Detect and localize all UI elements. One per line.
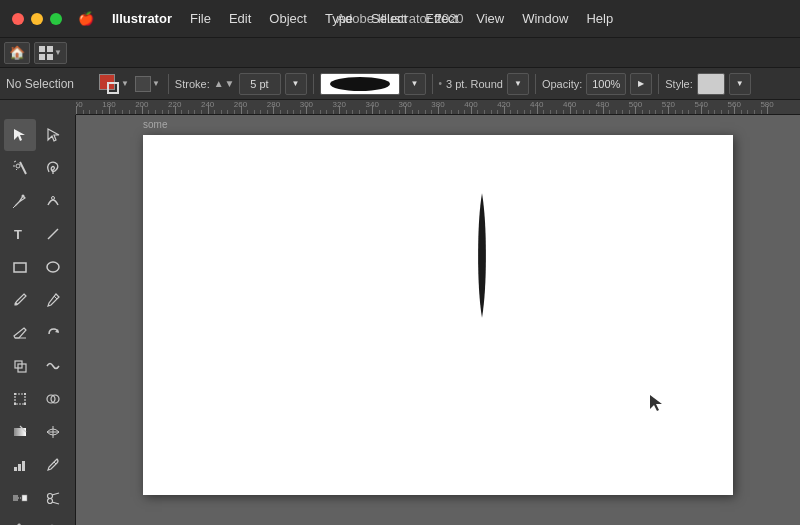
svg-marker-5 <box>14 129 25 141</box>
shape-builder-icon <box>45 391 61 407</box>
blend-tool[interactable] <box>4 482 36 514</box>
type-tool[interactable]: T <box>4 218 36 250</box>
tool-row-1 <box>4 119 71 151</box>
scale-tool[interactable] <box>4 350 36 382</box>
svg-line-16 <box>48 229 58 239</box>
pencil-tool[interactable] <box>37 284 69 316</box>
svg-rect-28 <box>14 403 16 405</box>
stroke-increment-down[interactable]: ▼ <box>225 78 235 89</box>
svg-rect-0 <box>39 46 45 52</box>
svg-rect-40 <box>13 495 18 501</box>
svg-point-12 <box>22 195 25 198</box>
stroke-value-input[interactable] <box>239 73 281 95</box>
scale-icon <box>12 358 28 374</box>
brush-size-dropdown[interactable]: ▼ <box>507 73 529 95</box>
stroke-increment-up[interactable]: ▲ <box>214 78 224 89</box>
selection-tool[interactable] <box>4 119 36 151</box>
svg-rect-25 <box>15 394 25 404</box>
stroke-unit-dropdown[interactable]: ▼ <box>285 73 307 95</box>
maximize-button[interactable] <box>50 13 62 25</box>
svg-point-18 <box>47 262 59 272</box>
lasso-tool[interactable] <box>37 152 69 184</box>
artboard-label: some <box>143 119 167 130</box>
gradient-icon <box>12 424 28 440</box>
rect-tool[interactable] <box>4 251 36 283</box>
menu-help[interactable]: Help <box>578 9 621 28</box>
hand-tool[interactable] <box>4 515 36 525</box>
free-transform-icon <box>12 391 28 407</box>
transform-mode-dropdown[interactable]: ▼ <box>152 79 160 88</box>
close-button[interactable] <box>12 13 24 25</box>
tool-row-3 <box>4 185 71 217</box>
svg-rect-41 <box>22 495 27 501</box>
menu-file[interactable]: File <box>182 9 219 28</box>
menu-edit[interactable]: Edit <box>221 9 259 28</box>
horizontal-ruler: 1601802002202402602803003203403603804004… <box>76 100 800 115</box>
menu-view[interactable]: View <box>468 9 512 28</box>
tool-row-4: T <box>4 218 71 250</box>
magic-wand-tool[interactable] <box>4 152 36 184</box>
menu-effect[interactable]: Effect <box>417 9 466 28</box>
eyedropper-tool[interactable] <box>37 449 69 481</box>
eraser-tool[interactable] <box>4 317 36 349</box>
svg-line-11 <box>16 169 17 170</box>
chart-icon <box>12 457 28 473</box>
style-dropdown[interactable]: ▼ <box>729 73 751 95</box>
tool-row-6 <box>4 284 71 316</box>
warp-icon <box>45 358 61 374</box>
warp-tool[interactable] <box>37 350 69 382</box>
scissors-tool[interactable] <box>37 482 69 514</box>
opacity-input[interactable] <box>586 73 626 95</box>
ellipse-icon <box>45 259 61 275</box>
fill-color-swatch[interactable] <box>99 74 119 94</box>
zoom-tool[interactable] <box>37 515 69 525</box>
divider3 <box>432 74 433 94</box>
mesh-tool[interactable] <box>37 416 69 448</box>
grid-icon-btn[interactable]: ▼ <box>34 42 67 64</box>
menu-object[interactable]: Object <box>261 9 315 28</box>
pen-tool[interactable] <box>4 185 36 217</box>
svg-line-7 <box>20 162 26 174</box>
free-transform-tool[interactable] <box>4 383 36 415</box>
paintbrush-tool[interactable] <box>4 284 36 316</box>
gradient-tool[interactable] <box>4 416 36 448</box>
lasso-icon <box>45 160 61 176</box>
fill-dropdown[interactable]: ▼ <box>121 79 129 88</box>
menu-app-name[interactable]: Illustrator <box>104 9 180 28</box>
scissors-icon <box>45 490 61 506</box>
menu-type[interactable]: Type <box>317 9 361 28</box>
canvas-area[interactable]: some <box>76 115 800 525</box>
brush-preview[interactable] <box>320 73 400 95</box>
transform-mode-btn[interactable] <box>135 76 151 92</box>
svg-text:T: T <box>14 227 22 242</box>
tool-row-13 <box>4 515 71 525</box>
menu-apple[interactable]: 🍎 <box>70 9 102 28</box>
secondary-toolbar: 🏠 ▼ <box>0 38 800 68</box>
chart-tool[interactable] <box>4 449 36 481</box>
cursor-icon <box>648 393 662 411</box>
menubar: 🍎 Illustrator File Edit Object Type Sele… <box>70 9 621 28</box>
divider1 <box>168 74 169 94</box>
menu-window[interactable]: Window <box>514 9 576 28</box>
rotate-tool[interactable] <box>37 317 69 349</box>
traffic-lights <box>12 13 62 25</box>
svg-line-39 <box>54 462 56 464</box>
home-icon-btn[interactable]: 🏠 <box>4 42 30 64</box>
options-bar: No Selection ▼ ▼ Stroke: ▲ ▼ ▼ ▼ • 3 pt.… <box>0 68 800 100</box>
tool-row-9 <box>4 383 71 415</box>
svg-rect-26 <box>14 393 16 395</box>
style-swatch[interactable] <box>697 73 725 95</box>
direct-selection-tool[interactable] <box>37 119 69 151</box>
ellipse-tool[interactable] <box>37 251 69 283</box>
shape-builder-tool[interactable] <box>37 383 69 415</box>
grid-icon <box>39 46 53 60</box>
svg-line-45 <box>52 493 59 495</box>
svg-rect-17 <box>14 263 26 272</box>
opacity-label: Opacity: <box>542 78 582 90</box>
menu-select[interactable]: Select <box>363 9 415 28</box>
line-tool[interactable] <box>37 218 69 250</box>
curvature-tool[interactable] <box>37 185 69 217</box>
minimize-button[interactable] <box>31 13 43 25</box>
brush-dropdown[interactable]: ▼ <box>404 73 426 95</box>
opacity-dropdown[interactable]: ▶ <box>630 73 652 95</box>
